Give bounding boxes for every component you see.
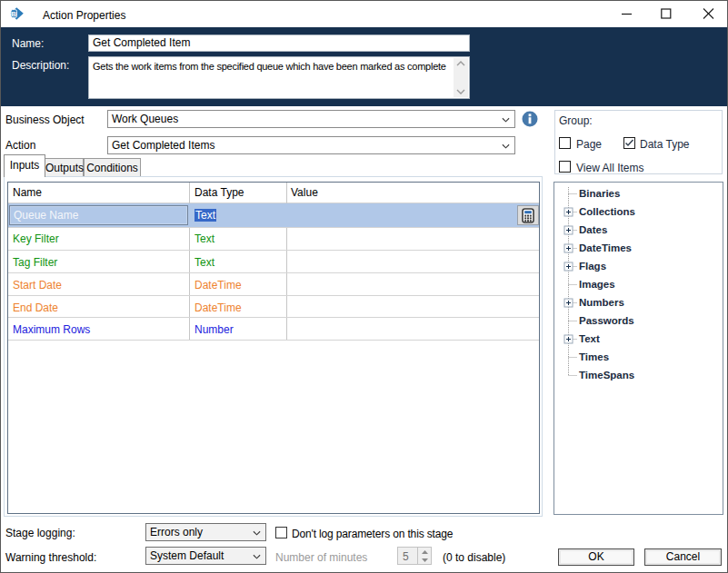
svg-text:B: B xyxy=(12,10,17,18)
